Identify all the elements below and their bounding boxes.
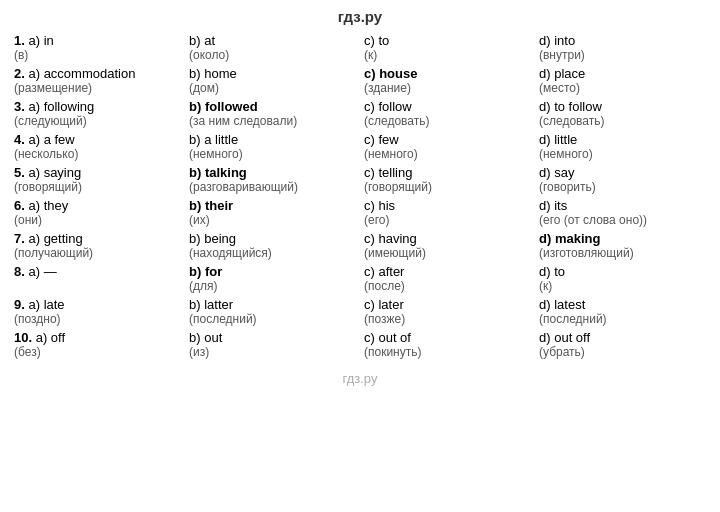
row-num-5: 5.: [14, 165, 28, 180]
translation-row8-col4: (к): [539, 279, 706, 293]
cell-row6-col1: 6. a) they(они): [10, 196, 185, 229]
cell-row9-col4: d) latest(последний): [535, 295, 710, 328]
translation-row5-col1: (говорящий): [14, 180, 181, 194]
translation-row4-col3: (немного): [364, 147, 531, 161]
translation-row2-col3: (здание): [364, 81, 531, 95]
cell-row1-col2: b) at(около): [185, 31, 360, 64]
translation-row3-col4: (следовать): [539, 114, 706, 128]
answer-label-row3-col1: a) following: [28, 99, 94, 114]
cell-row2-col4: d) place(место): [535, 64, 710, 97]
answer-label-row6-col1: a) they: [28, 198, 68, 213]
cell-row6-col4: d) its(его (от слова оно)): [535, 196, 710, 229]
translation-row1-col2: (около): [189, 48, 356, 62]
answer-label-row2-col2: b) home: [189, 66, 237, 81]
row-num-3: 3.: [14, 99, 28, 114]
answer-label-row10-col4: d) out off: [539, 330, 590, 345]
translation-row3-col1: (следующий): [14, 114, 181, 128]
answer-label-row7-col4: d) making: [539, 231, 600, 246]
footer-watermark: гдз.ру: [10, 371, 710, 386]
translation-row1-col4: (внутри): [539, 48, 706, 62]
translation-row4-col2: (немного): [189, 147, 356, 161]
cell-row4-col3: c) few(немного): [360, 130, 535, 163]
row-num-1: 1.: [14, 33, 28, 48]
cell-row8-col1: 8. a) —: [10, 262, 185, 295]
answer-label-row3-col3: c) follow: [364, 99, 412, 114]
cell-row4-col4: d) little(немного): [535, 130, 710, 163]
row-num-4: 4.: [14, 132, 28, 147]
translation-row9-col3: (позже): [364, 312, 531, 326]
translation-row7-col2: (находящийся): [189, 246, 356, 260]
translation-row9-col4: (последний): [539, 312, 706, 326]
translation-row10-col1: (без): [14, 345, 181, 359]
translation-row10-col3: (покинуть): [364, 345, 531, 359]
cell-row7-col3: c) having(имеющий): [360, 229, 535, 262]
cell-row1-col4: d) into(внутри): [535, 31, 710, 64]
cell-row3-col1: 3. a) following(следующий): [10, 97, 185, 130]
row-num-8: 8.: [14, 264, 28, 279]
answer-label-row1-col1: a) in: [28, 33, 53, 48]
answer-label-row7-col2: b) being: [189, 231, 236, 246]
cell-row10-col4: d) out off(убрать): [535, 328, 710, 361]
answer-label-row5-col1: a) saying: [28, 165, 81, 180]
cell-row3-col2: b) followed(за ним следовали): [185, 97, 360, 130]
answer-label-row10-col1: a) off: [36, 330, 65, 345]
site-header: гдз.ру: [10, 8, 710, 25]
translation-row7-col3: (имеющий): [364, 246, 531, 260]
translation-row3-col2: (за ним следовали): [189, 114, 356, 128]
translation-row8-col3: (после): [364, 279, 531, 293]
cell-row10-col1: 10. a) off(без): [10, 328, 185, 361]
cell-row2-col3: c) house(здание): [360, 64, 535, 97]
cell-row2-col1: 2. a) accommodation(размещение): [10, 64, 185, 97]
cell-row6-col3: c) his(его): [360, 196, 535, 229]
row-num-9: 9.: [14, 297, 28, 312]
answer-label-row4-col2: b) a little: [189, 132, 238, 147]
answer-label-row7-col3: c) having: [364, 231, 417, 246]
answer-label-row1-col4: d) into: [539, 33, 575, 48]
answer-label-row5-col3: c) telling: [364, 165, 412, 180]
cell-row5-col2: b) talking(разговаривающий): [185, 163, 360, 196]
answer-label-row9-col1: a) late: [28, 297, 64, 312]
translation-row5-col3: (говорящий): [364, 180, 531, 194]
translation-row3-col3: (следовать): [364, 114, 531, 128]
cell-row3-col4: d) to follow(следовать): [535, 97, 710, 130]
answer-label-row8-col3: c) after: [364, 264, 404, 279]
cell-row5-col3: c) telling(говорящий): [360, 163, 535, 196]
answer-label-row10-col3: c) out of: [364, 330, 411, 345]
answer-label-row2-col4: d) place: [539, 66, 585, 81]
answer-label-row8-col4: d) to: [539, 264, 565, 279]
answer-label-row6-col2: b) their: [189, 198, 233, 213]
cell-row6-col2: b) their(их): [185, 196, 360, 229]
cell-row9-col1: 9. a) late(поздно): [10, 295, 185, 328]
row-num-2: 2.: [14, 66, 28, 81]
cell-row2-col2: b) home(дом): [185, 64, 360, 97]
translation-row2-col1: (размещение): [14, 81, 181, 95]
translation-row4-col4: (немного): [539, 147, 706, 161]
answer-label-row10-col2: b) out: [189, 330, 222, 345]
row-num-6: 6.: [14, 198, 28, 213]
translation-row6-col3: (его): [364, 213, 531, 227]
cell-row1-col3: c) to(к): [360, 31, 535, 64]
answer-label-row1-col3: c) to: [364, 33, 389, 48]
translation-row5-col4: (говорить): [539, 180, 706, 194]
answer-label-row2-col1: a) accommodation: [28, 66, 135, 81]
cell-row7-col2: b) being(находящийся): [185, 229, 360, 262]
answer-label-row8-col2: b) for: [189, 264, 222, 279]
translation-row9-col1: (поздно): [14, 312, 181, 326]
translation-row8-col2: (для): [189, 279, 356, 293]
cell-row9-col3: c) later(позже): [360, 295, 535, 328]
translation-row10-col2: (из): [189, 345, 356, 359]
translation-row7-col4: (изготовляющий): [539, 246, 706, 260]
cell-row4-col2: b) a little(немного): [185, 130, 360, 163]
cell-row10-col2: b) out(из): [185, 328, 360, 361]
cell-row8-col4: d) to(к): [535, 262, 710, 295]
answer-label-row5-col4: d) say: [539, 165, 574, 180]
translation-row9-col2: (последний): [189, 312, 356, 326]
translation-row6-col1: (они): [14, 213, 181, 227]
answer-label-row4-col3: c) few: [364, 132, 399, 147]
answer-label-row4-col1: a) a few: [28, 132, 74, 147]
cell-row3-col3: c) follow(следовать): [360, 97, 535, 130]
answer-label-row6-col4: d) its: [539, 198, 567, 213]
translation-row6-col2: (их): [189, 213, 356, 227]
translation-row4-col1: (несколько): [14, 147, 181, 161]
answer-label-row5-col2: b) talking: [189, 165, 247, 180]
